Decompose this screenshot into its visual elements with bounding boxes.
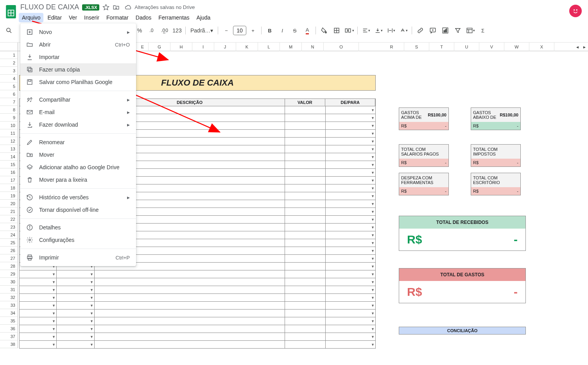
horizontal-align-icon[interactable]: ▾ xyxy=(360,25,372,36)
dropdown-arrow-icon[interactable]: ▼ xyxy=(90,280,93,284)
row-header[interactable]: 32 xyxy=(0,293,18,301)
file-menu-item-share[interactable]: Compartilhar▸ xyxy=(20,93,136,106)
row-header[interactable]: 28 xyxy=(0,262,18,270)
dropdown-arrow-icon[interactable]: ▼ xyxy=(371,343,375,347)
functions-icon[interactable]: Σ xyxy=(477,25,489,36)
text-rotation-icon[interactable]: ▾ xyxy=(398,25,409,36)
dropdown-arrow-icon[interactable]: ▼ xyxy=(371,179,375,182)
dropdown-arrow-icon[interactable]: ▼ xyxy=(371,327,375,331)
dropdown-arrow-icon[interactable]: ▼ xyxy=(371,241,375,245)
row-header[interactable]: 8 xyxy=(0,106,18,114)
row-header[interactable]: 15 xyxy=(0,161,18,168)
column-header-W[interactable]: W xyxy=(504,43,529,51)
strikethrough-icon[interactable]: S xyxy=(289,25,301,36)
row-header[interactable]: 23 xyxy=(0,223,18,231)
table-row[interactable]: ▼▼▼ xyxy=(19,310,376,317)
file-menu-item-history[interactable]: Histórico de versões▸ xyxy=(20,191,136,204)
menu-arquivo[interactable]: Arquivo xyxy=(19,13,43,22)
row-header[interactable]: 3 xyxy=(0,67,18,75)
file-menu-item-save[interactable]: Salvar como Planilhas Google xyxy=(20,76,136,88)
menu-editar[interactable]: Editar xyxy=(44,13,65,22)
row-header[interactable]: 17 xyxy=(0,176,18,184)
table-row[interactable]: ▼▼▼ xyxy=(19,270,376,278)
table-row[interactable]: ▼▼▼ xyxy=(19,325,376,333)
table-row[interactable]: ▼▼▼ xyxy=(19,294,376,302)
dropdown-arrow-icon[interactable]: ▼ xyxy=(371,257,375,261)
dropdown-arrow-icon[interactable]: ▼ xyxy=(52,335,56,339)
dropdown-arrow-icon[interactable]: ▼ xyxy=(371,116,375,120)
file-menu-item-trash[interactable]: Mover para a lixeira xyxy=(20,174,136,186)
row-header[interactable]: 1 xyxy=(0,51,18,59)
insert-link-icon[interactable] xyxy=(414,25,426,36)
bold-icon[interactable]: B xyxy=(264,25,276,36)
file-menu-item-plus[interactable]: Novo▸ xyxy=(20,26,136,38)
dropdown-arrow-icon[interactable]: ▼ xyxy=(371,155,375,159)
dropdown-arrow-icon[interactable]: ▼ xyxy=(90,319,93,323)
move-folder-icon[interactable] xyxy=(113,4,120,11)
file-menu-item-print[interactable]: ImprimirCtrl+P xyxy=(20,251,136,264)
dropdown-arrow-icon[interactable]: ▼ xyxy=(52,327,56,331)
file-menu-item-mail[interactable]: E-mail▸ xyxy=(20,106,136,118)
filter-views-icon[interactable]: ▾ xyxy=(464,25,476,36)
dropdown-arrow-icon[interactable]: ▼ xyxy=(52,304,56,308)
italic-icon[interactable]: I xyxy=(276,25,288,36)
row-header[interactable]: 27 xyxy=(0,254,18,262)
column-header-E[interactable]: E xyxy=(137,43,149,51)
file-menu-item-open[interactable]: AbrirCtrl+O xyxy=(20,38,136,51)
wrap-text-icon[interactable]: ▾ xyxy=(385,25,397,36)
dropdown-arrow-icon[interactable]: ▼ xyxy=(371,311,375,315)
row-header[interactable]: 12 xyxy=(0,137,18,145)
row-header[interactable]: 7 xyxy=(0,98,18,106)
column-header-O[interactable]: O xyxy=(324,43,359,51)
dropdown-arrow-icon[interactable]: ▼ xyxy=(90,343,93,347)
search-icon[interactable] xyxy=(3,25,15,36)
row-header[interactable]: 13 xyxy=(0,145,18,153)
dropdown-arrow-icon[interactable]: ▼ xyxy=(371,194,375,198)
row-header[interactable]: 31 xyxy=(0,286,18,293)
cloud-save-status[interactable]: Alterações salvas no Drive xyxy=(124,4,195,11)
row-header[interactable]: 33 xyxy=(0,301,18,309)
row-header[interactable]: 30 xyxy=(0,278,18,286)
increase-decimal-icon[interactable]: .0̲0 xyxy=(159,25,170,36)
dropdown-arrow-icon[interactable]: ▼ xyxy=(52,296,56,300)
scroll-columns-left-icon[interactable]: ◄ xyxy=(574,43,581,52)
dropdown-arrow-icon[interactable]: ▼ xyxy=(371,296,375,300)
file-menu-item-import[interactable]: Importar xyxy=(20,51,136,63)
dropdown-arrow-icon[interactable]: ▼ xyxy=(371,304,375,308)
dropdown-arrow-icon[interactable]: ▼ xyxy=(371,272,375,276)
row-header[interactable]: 22 xyxy=(0,215,18,223)
dropdown-arrow-icon[interactable]: ▼ xyxy=(90,335,93,339)
dropdown-arrow-icon[interactable]: ▼ xyxy=(371,225,375,229)
column-header-M[interactable]: M xyxy=(280,43,302,51)
dropdown-arrow-icon[interactable]: ▼ xyxy=(371,171,375,175)
dropdown-arrow-icon[interactable]: ▼ xyxy=(371,288,375,292)
dropdown-arrow-icon[interactable]: ▼ xyxy=(371,163,375,167)
row-header[interactable]: 6 xyxy=(0,90,18,98)
file-menu-item-settings[interactable]: Configurações xyxy=(20,234,136,246)
dropdown-arrow-icon[interactable]: ▼ xyxy=(371,218,375,222)
decrease-font-icon[interactable]: − xyxy=(220,25,232,36)
column-header-I[interactable]: I xyxy=(192,43,214,51)
table-row[interactable]: ▼▼▼ xyxy=(19,341,376,349)
row-header[interactable]: 26 xyxy=(0,247,18,254)
menu-inserir[interactable]: Inserir xyxy=(81,13,102,22)
file-menu-item-shortcut[interactable]: Adicionar atalho ao Google Drive xyxy=(20,161,136,174)
column-header-R[interactable]: R xyxy=(379,43,404,51)
file-menu-item-info[interactable]: Detalhes xyxy=(20,221,136,234)
row-header[interactable]: 35 xyxy=(0,317,18,325)
row-header[interactable]: 25 xyxy=(0,239,18,247)
file-menu-item-move[interactable]: Mover xyxy=(20,149,136,161)
dropdown-arrow-icon[interactable]: ▼ xyxy=(371,249,375,253)
fill-color-icon[interactable] xyxy=(318,25,330,36)
scroll-columns-right-icon[interactable]: ► xyxy=(581,43,588,52)
dropdown-arrow-icon[interactable]: ▼ xyxy=(52,280,56,284)
row-header[interactable]: 5 xyxy=(0,82,18,90)
row-header[interactable]: 29 xyxy=(0,270,18,278)
dropdown-arrow-icon[interactable]: ▼ xyxy=(52,319,56,323)
user-avatar[interactable] xyxy=(569,5,582,17)
row-header[interactable]: 21 xyxy=(0,208,18,215)
star-icon[interactable] xyxy=(102,4,109,11)
document-title[interactable]: FLUXO DE CAIXA xyxy=(20,3,79,11)
table-row[interactable]: ▼▼▼ xyxy=(19,278,376,286)
row-header[interactable]: 9 xyxy=(0,114,18,122)
